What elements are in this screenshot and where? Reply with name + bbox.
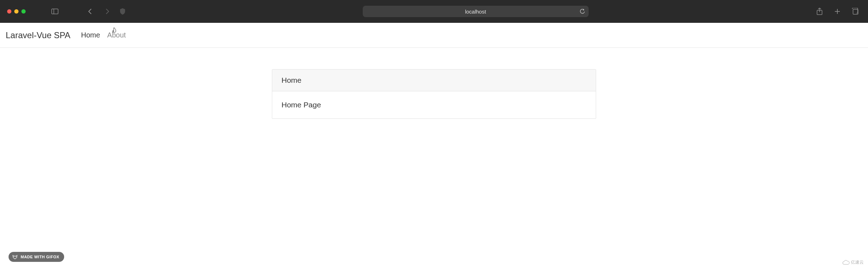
content-card: Home Home Page bbox=[272, 69, 596, 119]
chrome-right bbox=[814, 6, 861, 17]
url-text: localhost bbox=[465, 9, 486, 15]
nav-link-home[interactable]: Home bbox=[81, 31, 100, 39]
back-button-icon[interactable] bbox=[84, 6, 95, 17]
browser-chrome: localhost bbox=[0, 0, 868, 23]
new-tab-icon[interactable] bbox=[832, 6, 843, 17]
tabs-overview-icon[interactable] bbox=[849, 6, 861, 17]
reload-icon[interactable] bbox=[580, 9, 585, 14]
content-area: Home Home Page bbox=[0, 48, 868, 140]
close-window-button[interactable] bbox=[7, 9, 11, 14]
card-body: Home Page bbox=[272, 91, 596, 118]
shield-icon[interactable] bbox=[117, 6, 128, 17]
share-icon[interactable] bbox=[814, 6, 825, 17]
svg-rect-0 bbox=[52, 9, 58, 14]
maximize-window-button[interactable] bbox=[21, 9, 26, 14]
svg-rect-6 bbox=[853, 9, 858, 14]
brand-title[interactable]: Laravel-Vue SPA bbox=[6, 30, 70, 40]
nav-link-about[interactable]: About bbox=[107, 31, 126, 39]
chrome-left bbox=[7, 6, 113, 17]
page-navbar: Laravel-Vue SPA Home About bbox=[0, 23, 868, 48]
address-bar[interactable]: localhost bbox=[363, 6, 589, 17]
traffic-lights bbox=[7, 9, 26, 14]
minimize-window-button[interactable] bbox=[14, 9, 19, 14]
forward-button-icon bbox=[102, 6, 113, 17]
sidebar-toggle-icon[interactable] bbox=[49, 6, 61, 17]
card-header: Home bbox=[272, 70, 596, 91]
nav-links: Home About bbox=[81, 31, 126, 39]
chrome-center: localhost bbox=[117, 6, 810, 17]
